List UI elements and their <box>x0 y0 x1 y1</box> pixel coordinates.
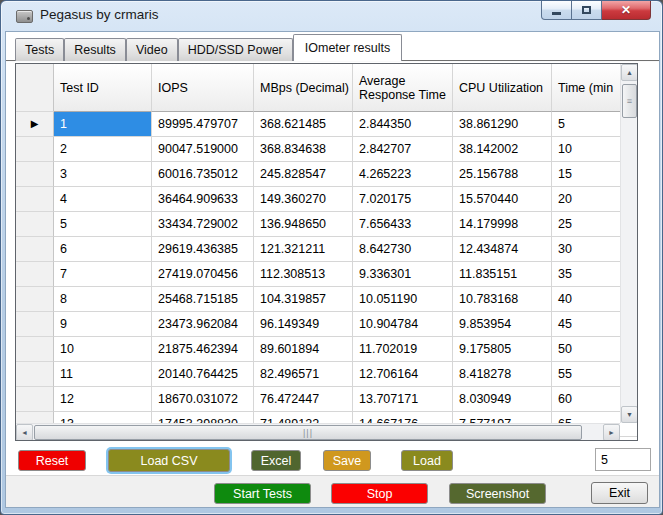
table-cell[interactable]: 4 <box>54 187 152 212</box>
table-cell[interactable]: 9.336301 <box>353 262 453 287</box>
table-cell[interactable]: 82.496571 <box>254 362 353 387</box>
minimize-button[interactable] <box>541 1 572 20</box>
table-cell[interactable]: 4.265223 <box>353 162 453 187</box>
row-header[interactable] <box>16 137 54 162</box>
table-cell[interactable]: 18670.031072 <box>152 387 254 412</box>
table-cell[interactable]: 9.175805 <box>453 337 552 362</box>
table-cell[interactable]: 23473.962084 <box>152 312 254 337</box>
row-header[interactable] <box>16 387 54 412</box>
column-header-iops[interactable]: IOPS <box>152 64 254 112</box>
scroll-up-icon[interactable]: ▲ <box>621 64 638 81</box>
table-cell[interactable]: 5 <box>54 212 152 237</box>
excel-button[interactable]: Excel <box>251 450 301 471</box>
table-cell[interactable]: 9 <box>54 312 152 337</box>
grid-corner[interactable] <box>16 64 54 112</box>
vertical-scroll-thumb[interactable]: ≡ <box>622 84 637 118</box>
table-cell[interactable]: 89995.479707 <box>152 112 254 137</box>
table-cell[interactable]: 60016.735012 <box>152 162 254 187</box>
row-header[interactable] <box>16 212 54 237</box>
table-cell[interactable]: 10.904784 <box>353 312 453 337</box>
horizontal-scroll-thumb[interactable]: ||| <box>34 425 582 440</box>
table-cell[interactable]: 104.319857 <box>254 287 353 312</box>
column-header-mbps[interactable]: MBps (Decimal) <box>254 64 353 112</box>
table-cell[interactable]: 90047.519000 <box>152 137 254 162</box>
table-cell[interactable]: 2 <box>54 137 152 162</box>
table-cell[interactable]: 7 <box>54 262 152 287</box>
row-header[interactable] <box>16 337 54 362</box>
table-cell[interactable]: 12 <box>54 387 152 412</box>
tab-iometer-results[interactable]: IOmeter results <box>293 34 402 61</box>
table-cell[interactable]: 3 <box>54 162 152 187</box>
table-cell[interactable]: 8.418278 <box>453 362 552 387</box>
vertical-scrollbar[interactable]: ▲ ≡ ▼ <box>620 64 637 423</box>
row-header[interactable] <box>16 262 54 287</box>
tab-tests[interactable]: Tests <box>15 38 64 61</box>
table-cell[interactable]: 9.853954 <box>453 312 552 337</box>
row-header[interactable] <box>16 312 54 337</box>
tab-video[interactable]: Video <box>126 38 178 61</box>
table-cell[interactable]: 11.702019 <box>353 337 453 362</box>
scroll-right-icon[interactable]: ► <box>603 424 620 441</box>
table-cell[interactable]: 8.642730 <box>353 237 453 262</box>
scroll-left-icon[interactable]: ◄ <box>16 424 33 441</box>
table-cell[interactable]: 2.842707 <box>353 137 453 162</box>
table-cell[interactable]: 11 <box>54 362 152 387</box>
table-cell[interactable]: 21875.462394 <box>152 337 254 362</box>
table-cell[interactable]: 15.570440 <box>453 187 552 212</box>
exit-button[interactable]: Exit <box>591 482 648 504</box>
close-button[interactable]: ✕ <box>602 1 651 20</box>
table-cell[interactable]: 7.656433 <box>353 212 453 237</box>
scroll-down-icon[interactable]: ▼ <box>621 406 638 423</box>
table-cell[interactable]: 25468.715185 <box>152 287 254 312</box>
reset-button[interactable]: Reset <box>18 450 86 471</box>
table-cell[interactable]: 368.834638 <box>254 137 353 162</box>
table-cell[interactable]: 36464.909633 <box>152 187 254 212</box>
row-header[interactable] <box>16 237 54 262</box>
load-csv-button[interactable]: Load CSV <box>108 449 230 472</box>
title-bar[interactable]: Pegasus by crmaris ✕ <box>1 1 662 31</box>
table-cell[interactable]: 25.156788 <box>453 162 552 187</box>
table-cell[interactable]: 33434.729002 <box>152 212 254 237</box>
row-header[interactable] <box>16 287 54 312</box>
table-cell[interactable]: 27419.070456 <box>152 262 254 287</box>
column-header-avg-response[interactable]: Average Response Time <box>353 64 453 112</box>
row-header[interactable] <box>16 187 54 212</box>
table-cell[interactable]: 29619.436385 <box>152 237 254 262</box>
table-cell[interactable]: 38.861290 <box>453 112 552 137</box>
table-cell[interactable]: 13.707171 <box>353 387 453 412</box>
table-cell[interactable]: 1 <box>54 112 152 137</box>
table-cell[interactable]: 11.835151 <box>453 262 552 287</box>
column-header-test-id[interactable]: Test ID <box>54 64 152 112</box>
interval-input[interactable] <box>595 448 651 471</box>
row-header[interactable]: ▶ <box>16 112 54 137</box>
table-cell[interactable]: 7.020175 <box>353 187 453 212</box>
start-tests-button[interactable]: Start Tests <box>214 483 311 504</box>
table-cell[interactable]: 149.360270 <box>254 187 353 212</box>
table-cell[interactable]: 12.706164 <box>353 362 453 387</box>
table-cell[interactable]: 6 <box>54 237 152 262</box>
horizontal-scrollbar[interactable]: ◄ ||| ► <box>16 423 620 440</box>
table-cell[interactable]: 121.321211 <box>254 237 353 262</box>
table-cell[interactable]: 112.308513 <box>254 262 353 287</box>
table-cell[interactable]: 14.179998 <box>453 212 552 237</box>
table-cell[interactable]: 136.948650 <box>254 212 353 237</box>
table-cell[interactable]: 96.149349 <box>254 312 353 337</box>
tab-hdd-ssd-power[interactable]: HDD/SSD Power <box>178 38 293 61</box>
table-cell[interactable]: 10.051190 <box>353 287 453 312</box>
stop-button[interactable]: Stop <box>331 483 428 504</box>
table-cell[interactable]: 2.844350 <box>353 112 453 137</box>
screenshot-button[interactable]: Screenshot <box>449 483 546 504</box>
table-cell[interactable]: 76.472447 <box>254 387 353 412</box>
table-cell[interactable]: 12.434874 <box>453 237 552 262</box>
table-cell[interactable]: 10.783168 <box>453 287 552 312</box>
table-cell[interactable]: 8 <box>54 287 152 312</box>
row-header[interactable] <box>16 362 54 387</box>
tab-results[interactable]: Results <box>64 38 126 61</box>
table-cell[interactable]: 89.601894 <box>254 337 353 362</box>
maximize-button[interactable] <box>572 1 602 20</box>
table-cell[interactable]: 8.030949 <box>453 387 552 412</box>
row-header[interactable] <box>16 162 54 187</box>
load-button[interactable]: Load <box>401 450 453 471</box>
table-cell[interactable]: 38.142002 <box>453 137 552 162</box>
column-header-cpu[interactable]: CPU Utilization <box>453 64 552 112</box>
